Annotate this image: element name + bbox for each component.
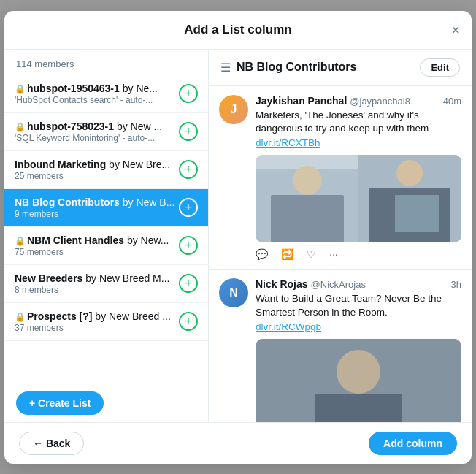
add-list-icon[interactable]: + <box>179 84 198 103</box>
item-members: 9 members <box>15 209 179 219</box>
tweet-content: Jaykishan Panchal @jaypanchal8 40m Marke… <box>256 95 461 261</box>
add-list-icon[interactable]: + <box>179 312 198 331</box>
list-item[interactable]: 🔒Prospects [?] by New Breed ... 37 membe… <box>4 303 208 341</box>
tweet-header: Nick Rojas @NickArojas 3h <box>256 278 461 290</box>
tweet-image <box>256 155 461 242</box>
right-panel: ☰ NB Blog Contributors Edit J Jaykishan … <box>209 50 472 422</box>
svg-rect-7 <box>395 195 439 232</box>
list-item[interactable]: 🔒hubspot-1950463-1 by Ne... 'HubSpot Con… <box>4 75 208 113</box>
reply-action[interactable]: 💬 <box>256 248 268 260</box>
back-button[interactable]: ← Back <box>19 432 84 455</box>
add-list-icon[interactable]: + <box>179 274 198 293</box>
svg-point-2 <box>293 166 322 195</box>
modal-footer: ← Back Add column <box>4 422 472 464</box>
tweet-link[interactable]: dlvr.it/RCXTBh <box>256 137 320 148</box>
avatar: N <box>219 278 248 307</box>
members-count: 114 members <box>4 50 208 75</box>
list-items-container: 🔒hubspot-1950463-1 by Ne... 'HubSpot Con… <box>4 75 208 384</box>
tweet: N Nick Rojas @NickArojas 3h Want to Buil… <box>209 270 472 421</box>
lock-icon: 🔒 <box>15 84 26 94</box>
more-action[interactable]: ··· <box>329 248 338 260</box>
item-name: 🔒Prospects [?] by New Breed ... <box>15 310 179 322</box>
item-name: New Breeders by New Breed M... <box>15 272 179 284</box>
list-doc-icon: ☰ <box>220 61 231 74</box>
tweets-area: J Jaykishan Panchal @jaypanchal8 40m Mar… <box>209 86 472 422</box>
modal-body: 114 members 🔒hubspot-1950463-1 by Ne... … <box>4 50 472 422</box>
tweet-header: Jaykishan Panchal @jaypanchal8 40m <box>256 95 461 107</box>
svg-rect-11 <box>256 339 461 421</box>
add-list-icon[interactable]: + <box>179 198 198 217</box>
tweet-actions: 💬 🔁 ♡ ··· <box>256 248 461 260</box>
item-desc: 37 members <box>15 323 179 333</box>
lock-icon: 🔒 <box>15 312 26 322</box>
list-item[interactable]: NB Blog Contributors by New B... 9 membe… <box>4 189 208 227</box>
item-name: 🔒NBM Client Handles by New... <box>15 234 179 246</box>
lock-icon: 🔒 <box>15 122 26 132</box>
tweet-author-name: Nick Rojas <box>256 278 308 290</box>
item-text: New Breeders by New Breed M... 8 members <box>15 272 179 295</box>
tweet-handle: @NickArojas <box>311 279 366 290</box>
add-column-button[interactable]: Add column <box>369 432 457 455</box>
item-text: 🔒NBM Client Handles by New... 75 members <box>15 234 179 257</box>
tweet-image <box>256 339 461 421</box>
tweet: J Jaykishan Panchal @jaypanchal8 40m Mar… <box>209 86 472 270</box>
tweet-handle: @jaypanchal8 <box>350 96 410 107</box>
tweet-time: 3h <box>451 279 461 290</box>
item-desc: 25 members <box>15 171 179 181</box>
list-item[interactable]: Inbound Marketing by New Bre... 25 membe… <box>4 151 208 189</box>
create-list-button[interactable]: + Create List <box>16 391 104 415</box>
left-panel: 114 members 🔒hubspot-1950463-1 by Ne... … <box>4 50 209 422</box>
item-name: Inbound Marketing by New Bre... <box>15 158 179 170</box>
tweet-image-visual <box>256 155 461 242</box>
tweet-time: 40m <box>443 96 461 107</box>
item-desc: 'SQL Keyword Monintoring' - auto-... <box>15 133 179 143</box>
item-name: 🔒hubspot-758023-1 by New ... <box>15 121 179 132</box>
close-button[interactable]: × <box>451 23 460 37</box>
add-list-icon[interactable]: + <box>179 122 198 141</box>
item-text: 🔒hubspot-1950463-1 by Ne... 'HubSpot Con… <box>15 83 179 105</box>
tweet-link[interactable]: dlvr.it/RCWpgb <box>256 321 321 332</box>
item-text: 🔒Prospects [?] by New Breed ... 37 membe… <box>15 310 179 333</box>
list-item[interactable]: New Breeders by New Breed M... 8 members… <box>4 265 208 303</box>
add-list-icon[interactable]: + <box>179 160 198 179</box>
add-list-icon[interactable]: + <box>179 236 198 255</box>
tweet-image-visual <box>256 339 461 421</box>
svg-point-5 <box>396 160 423 186</box>
add-list-column-modal: Add a List column × 114 members 🔒hubspot… <box>4 11 472 464</box>
right-panel-title: NB Blog Contributors <box>237 61 414 74</box>
tweet-content: Nick Rojas @NickArojas 3h Want to Build … <box>256 278 461 421</box>
tweet-author-name: Jaykishan Panchal <box>256 95 347 107</box>
modal-header: Add a List column × <box>4 11 472 50</box>
item-text: Inbound Marketing by New Bre... 25 membe… <box>15 158 179 181</box>
item-desc: 8 members <box>15 285 179 295</box>
right-panel-header: ☰ NB Blog Contributors Edit <box>209 50 472 86</box>
item-desc: 'HubSpot Contacts search' - auto-... <box>15 95 179 105</box>
modal-title: Add a List column <box>184 23 291 37</box>
tweet-text: Want to Build a Great Team? Never Be the… <box>256 292 461 320</box>
item-text: 🔒hubspot-758023-1 by New ... 'SQL Keywor… <box>15 121 179 143</box>
item-name: NB Blog Contributors by New B... <box>15 196 179 208</box>
item-name: 🔒hubspot-1950463-1 by Ne... <box>15 83 179 94</box>
item-text: NB Blog Contributors by New B... 9 membe… <box>15 196 179 219</box>
list-item[interactable]: 🔒hubspot-758023-1 by New ... 'SQL Keywor… <box>4 113 208 151</box>
like-action[interactable]: ♡ <box>307 248 316 260</box>
lock-icon: 🔒 <box>15 236 26 246</box>
svg-rect-3 <box>271 195 344 242</box>
retweet-action[interactable]: 🔁 <box>281 248 293 260</box>
tweet-text: Marketers, 'The Joneses' and why it's da… <box>256 109 461 137</box>
item-desc: 75 members <box>15 247 179 257</box>
avatar: J <box>219 95 248 124</box>
edit-button[interactable]: Edit <box>420 58 460 77</box>
list-item[interactable]: 🔒NBM Client Handles by New... 75 members… <box>4 227 208 265</box>
